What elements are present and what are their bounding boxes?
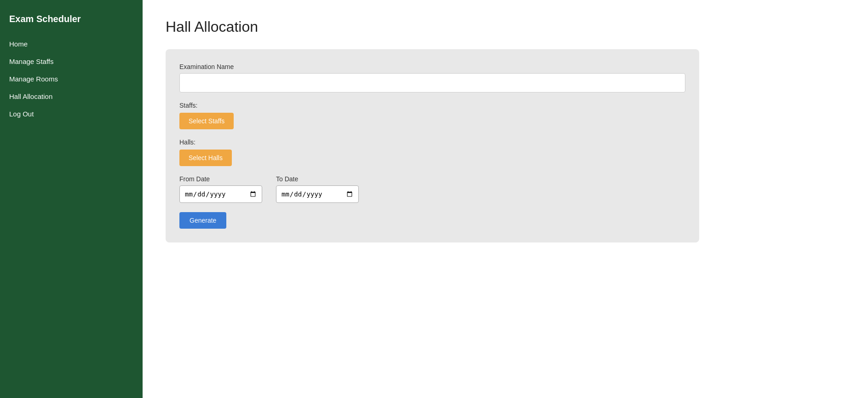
sidebar: Exam Scheduler Home Manage Staffs Manage…	[0, 0, 143, 398]
app-title: Exam Scheduler	[0, 9, 143, 35]
sidebar-link-manage-rooms[interactable]: Manage Rooms	[9, 75, 58, 83]
to-date-group: To Date	[276, 175, 359, 203]
sidebar-item-log-out[interactable]: Log Out	[0, 105, 143, 123]
generate-button[interactable]: Generate	[179, 212, 226, 229]
sidebar-nav: Home Manage Staffs Manage Rooms Hall All…	[0, 35, 143, 123]
sidebar-item-home[interactable]: Home	[0, 35, 143, 53]
to-date-label: To Date	[276, 175, 359, 183]
halls-section: Halls: Select Halls	[179, 138, 685, 166]
to-date-input[interactable]	[276, 185, 359, 203]
staffs-label: Staffs:	[179, 102, 685, 109]
select-halls-button[interactable]: Select Halls	[179, 150, 232, 166]
sidebar-link-hall-allocation[interactable]: Hall Allocation	[9, 92, 52, 100]
from-date-input[interactable]	[179, 185, 262, 203]
main-content: Hall Allocation Examination Name Staffs:…	[143, 0, 868, 398]
date-row: From Date To Date	[179, 175, 685, 203]
sidebar-item-hall-allocation[interactable]: Hall Allocation	[0, 88, 143, 105]
sidebar-item-manage-rooms[interactable]: Manage Rooms	[0, 70, 143, 88]
page-title: Hall Allocation	[166, 18, 845, 35]
halls-label: Halls:	[179, 138, 685, 146]
form-card: Examination Name Staffs: Select Staffs H…	[166, 49, 699, 242]
sidebar-link-home[interactable]: Home	[9, 40, 28, 48]
exam-name-input[interactable]	[179, 73, 685, 92]
exam-name-group: Examination Name	[179, 63, 685, 92]
exam-name-label: Examination Name	[179, 63, 685, 70]
from-date-group: From Date	[179, 175, 262, 203]
sidebar-link-log-out[interactable]: Log Out	[9, 110, 34, 118]
sidebar-link-manage-staffs[interactable]: Manage Staffs	[9, 58, 53, 65]
select-staffs-button[interactable]: Select Staffs	[179, 113, 234, 129]
sidebar-item-manage-staffs[interactable]: Manage Staffs	[0, 53, 143, 70]
from-date-label: From Date	[179, 175, 262, 183]
staffs-section: Staffs: Select Staffs	[179, 102, 685, 129]
